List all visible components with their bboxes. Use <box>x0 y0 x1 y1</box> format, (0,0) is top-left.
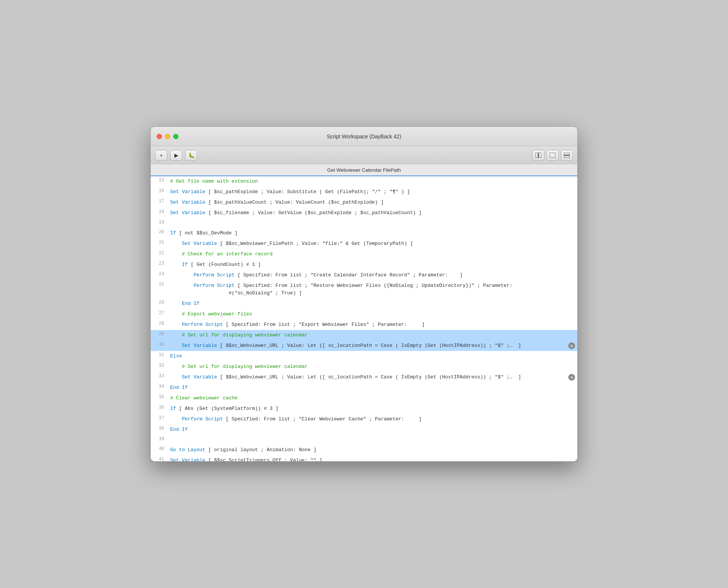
code-line-19[interactable]: 19 <box>151 218 577 228</box>
line-content-41: Set Variable [ $$sc_ScriptTriggers_Off ;… <box>169 456 577 461</box>
line-content-26: End If <box>169 299 577 309</box>
run-button[interactable]: ▶ <box>170 150 182 160</box>
line-number-37: 37 <box>151 414 169 421</box>
code-line-29[interactable]: 29 # Set url for displaying webviewer ca… <box>151 330 577 340</box>
line-content-25: Perform Script [ Specified: From list ; … <box>169 281 577 298</box>
titlebar: Script Workspace (DayBack 42) <box>151 127 577 146</box>
gear-button-33[interactable]: ⚙ <box>568 374 575 381</box>
line-content-19 <box>169 219 577 221</box>
code-line-20[interactable]: 20If [ not $$sc_DevMode ] <box>151 228 577 238</box>
code-line-37[interactable]: 37 Perform Script [ Specified: From list… <box>151 414 577 424</box>
code-line-30[interactable]: 30 Set Variable [ $$sc_Webviewer_URL ; V… <box>151 340 577 351</box>
code-line-28[interactable]: 28 Perform Script [ Specified: From list… <box>151 320 577 330</box>
line-content-16: Set Variable [ $sc_pathExplode ; Value: … <box>169 187 577 197</box>
line-number-19: 19 <box>151 219 169 225</box>
add-button[interactable]: + <box>155 150 167 160</box>
line-number-17: 17 <box>151 198 169 204</box>
line-number-29: 29 <box>151 330 169 337</box>
line-number-36: 36 <box>151 404 169 410</box>
line-content-31: Else <box>169 351 577 361</box>
line-number-34: 34 <box>151 383 169 389</box>
debug-button[interactable]: 🐛 <box>185 150 197 160</box>
line-number-26: 26 <box>151 299 169 305</box>
line-content-28: Perform Script [ Specified: From list ; … <box>169 320 577 330</box>
close-button[interactable] <box>157 134 162 139</box>
script-name-bar: Get Webviewer Calendar FilePath <box>151 164 577 176</box>
svg-rect-4 <box>564 156 570 158</box>
code-line-16[interactable]: 16Set Variable [ $sc_pathExplode ; Value… <box>151 187 577 197</box>
minimize-button[interactable] <box>165 134 170 139</box>
line-content-21: Set Variable [ $$sc_Webviewer_FilePath ;… <box>169 239 577 249</box>
code-line-38[interactable]: 38End If <box>151 424 577 435</box>
line-content-32: # Set url for displaying webviewer calen… <box>169 362 577 372</box>
code-line-15[interactable]: 15# Get file name with extension <box>151 176 577 187</box>
line-content-40: Go to Layout [ original layout ; Animati… <box>169 445 577 455</box>
line-number-35: 35 <box>151 393 169 400</box>
main-window: Script Workspace (DayBack 42) + ▶ 🐛 <box>150 126 578 462</box>
code-line-27[interactable]: 27 # Export webviewer files <box>151 309 577 320</box>
window-title: Script Workspace (DayBack 42) <box>327 134 401 140</box>
code-line-31[interactable]: 31Else <box>151 351 577 362</box>
code-line-25[interactable]: 25 Perform Script [ Specified: From list… <box>151 280 577 298</box>
line-number-22: 22 <box>151 249 169 256</box>
line-number-23: 23 <box>151 260 169 266</box>
line-content-36: If [ Abs (Get (SystemPlatform)) ≠ 3 ] <box>169 404 577 414</box>
code-line-22[interactable]: 22 # Check for an interface record <box>151 249 577 260</box>
traffic-lights <box>157 134 178 139</box>
code-area[interactable]: 15# Get file name with extension16Set Va… <box>151 176 577 461</box>
code-line-23[interactable]: 23 If [ Get (FoundCount) ≠ 1 ] <box>151 260 577 270</box>
code-line-26[interactable]: 26 End If <box>151 298 577 309</box>
line-number-15: 15 <box>151 177 169 183</box>
svg-rect-3 <box>564 153 570 155</box>
line-number-33: 33 <box>151 372 169 379</box>
line-content-24: Perform Script [ Specified: From list ; … <box>169 270 577 280</box>
script-name: Get Webviewer Calendar FilePath <box>327 167 401 173</box>
line-number-32: 32 <box>151 362 169 368</box>
code-line-36[interactable]: 36If [ Abs (Get (SystemPlatform)) ≠ 3 ] <box>151 404 577 414</box>
view-icon-1 <box>535 153 541 158</box>
code-line-24[interactable]: 24 Perform Script [ Specified: From list… <box>151 270 577 280</box>
svg-rect-2 <box>550 153 556 158</box>
line-content-33: Set Variable [ $$sc_Webviewer_URL ; Valu… <box>169 372 568 382</box>
view-button-1[interactable] <box>532 150 544 160</box>
line-content-23: If [ Get (FoundCount) ≠ 1 ] <box>169 260 577 270</box>
line-content-27: # Export webviewer files <box>169 309 577 319</box>
line-content-15: # Get file name with extension <box>169 177 577 186</box>
line-content-17: Set Variable [ $sc_pathValueCount ; Valu… <box>169 198 577 207</box>
toolbar-right <box>532 150 573 160</box>
line-number-25: 25 <box>151 281 169 287</box>
line-number-31: 31 <box>151 351 169 358</box>
line-number-38: 38 <box>151 425 169 431</box>
code-line-17[interactable]: 17Set Variable [ $sc_pathValueCount ; Va… <box>151 197 577 208</box>
code-line-18[interactable]: 18Set Variable [ $sc_filename ; Value: G… <box>151 208 577 218</box>
view-button-3[interactable] <box>561 150 573 160</box>
code-line-21[interactable]: 21 Set Variable [ $$sc_Webviewer_FilePat… <box>151 238 577 249</box>
line-number-39: 39 <box>151 435 169 442</box>
line-content-22: # Check for an interface record <box>169 249 577 259</box>
line-number-41: 41 <box>151 456 169 461</box>
code-line-39[interactable]: 39 <box>151 435 577 445</box>
code-line-34[interactable]: 34End If <box>151 382 577 393</box>
code-line-35[interactable]: 35# Clear webviewer cache <box>151 393 577 404</box>
view-icon-2 <box>550 153 556 158</box>
code-line-41[interactable]: 41Set Variable [ $$sc_ScriptTriggers_Off… <box>151 455 577 461</box>
line-number-16: 16 <box>151 187 169 194</box>
line-number-27: 27 <box>151 309 169 316</box>
line-content-34: End If <box>169 383 577 393</box>
line-number-40: 40 <box>151 445 169 452</box>
code-line-33[interactable]: 33 Set Variable [ $$sc_Webviewer_URL ; V… <box>151 372 577 382</box>
line-number-24: 24 <box>151 270 169 277</box>
gear-button-30[interactable]: ⚙ <box>568 342 575 349</box>
code-line-40[interactable]: 40Go to Layout [ original layout ; Anima… <box>151 445 577 455</box>
line-content-39 <box>169 435 577 438</box>
view-icon-3 <box>564 153 570 158</box>
line-content-37: Perform Script [ Specified: From list ; … <box>169 414 577 424</box>
toolbar: + ▶ 🐛 <box>151 146 577 164</box>
line-content-29: # Set url for displaying webviewer calen… <box>169 330 577 340</box>
line-content-18: Set Variable [ $sc_filename ; Value: Get… <box>169 208 577 218</box>
maximize-button[interactable] <box>173 134 178 139</box>
line-content-38: End If <box>169 425 577 435</box>
code-line-32[interactable]: 32 # Set url for displaying webviewer ca… <box>151 362 577 372</box>
view-button-2[interactable] <box>547 150 559 160</box>
line-number-20: 20 <box>151 228 169 235</box>
